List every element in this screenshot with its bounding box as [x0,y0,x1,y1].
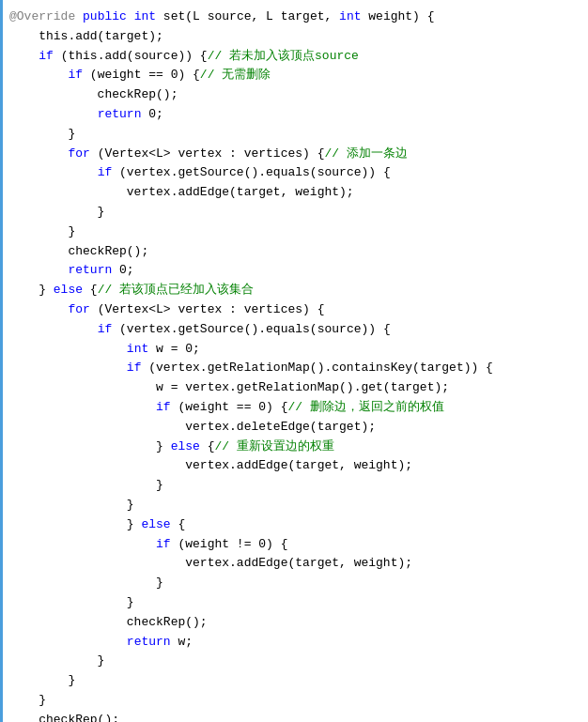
code-line: } [9,691,579,711]
code-token [9,146,68,161]
code-token: vertex.addEdge(target, weight); [9,185,354,199]
code-token [9,165,98,179]
code-line: checkRep(); [9,613,579,633]
code-token: // 重新设置边的权重 [214,439,333,453]
code-line: if (vertex.getRelationMap().containsKey(… [9,359,579,378]
code-line: if (vertex.getSource().equals(source)) { [9,163,579,183]
code-token [9,68,68,82]
code-token [9,537,156,551]
code-token: vertex.deleteEdge(target); [9,420,376,434]
code-token: if [98,322,113,336]
code-token: else [54,283,83,297]
code-token [75,9,83,23]
code-token: int [134,9,156,23]
code-token: if [156,537,171,551]
code-token: 0; [112,263,133,277]
code-line: vertex.addEdge(target, weight); [9,456,579,476]
code-token: // 删除边，返回之前的权值 [287,400,443,414]
code-token: } [9,595,134,609]
code-token: } [9,283,54,297]
code-token [9,361,127,375]
code-line: } [9,223,579,242]
code-line: checkRep(); [9,242,579,262]
code-line: vertex.deleteEdge(target); [9,418,579,438]
code-line: for (Vertex<L> vertex : vertices) { [9,300,579,320]
code-token: (weight != 0) { [171,537,288,551]
code-token: } [9,673,75,687]
code-token: @Override [9,9,75,23]
code-line: } else { [9,515,579,535]
code-token: (weight == 0) { [83,68,200,82]
code-line: } [9,671,579,691]
code-line: } [9,574,579,593]
code-line: this.add(target); [9,27,579,47]
code-token: } [9,576,163,590]
code-token: checkRep(); [9,713,119,722]
code-token: weight) { [362,9,435,23]
code-token: checkRep(); [9,244,148,258]
code-container: @Override public int set(L source, L tar… [0,0,588,722]
code-token: (vertex.getSource().equals(source)) { [112,322,390,336]
code-token: { [171,517,186,531]
code-line: if (vertex.getSource().equals(source)) { [9,320,579,340]
code-token: for [68,302,89,316]
left-border [0,0,3,722]
code-token [9,107,98,121]
code-token: // 若该顶点已经加入该集合 [98,283,254,297]
code-token: this.add(target); [9,29,163,43]
code-line: w = vertex.getRelationMap().get(target); [9,378,579,398]
code-line: } [9,496,579,515]
code-token: (this.add(source)) { [54,49,208,63]
code-token: } [9,205,104,219]
code-token: } [9,498,134,512]
code-token [127,9,134,23]
code-line: if (weight == 0) {// 无需删除 [9,66,579,85]
code-line: return 0; [9,105,579,125]
code-line: } [9,476,579,496]
code-token: else [141,517,170,531]
code-token: (Vertex<L> vertex : vertices) { [90,302,325,316]
code-line: for (Vertex<L> vertex : vertices) {// 添加… [9,145,579,164]
code-token: if [39,49,54,63]
code-token: } [9,127,75,141]
code-block: @Override public int set(L source, L tar… [9,8,579,722]
code-token: { [200,439,215,453]
code-token: w = 0; [148,342,200,356]
code-line: @Override public int set(L source, L tar… [9,8,579,27]
code-line: } [9,125,579,145]
code-token: int [127,342,148,356]
code-token: return [98,107,142,121]
code-token [9,342,127,356]
code-line: } [9,203,579,223]
code-token: // 若未加入该顶点source [208,49,359,63]
code-token: return [127,635,171,649]
code-token [9,49,39,63]
code-token: (vertex.getSource().equals(source)) { [112,165,390,179]
code-token: else [171,439,200,453]
code-token [9,635,127,649]
code-token [9,263,68,277]
code-line: } [9,593,579,613]
code-token: w; [171,635,193,649]
code-token: set(L source, L target, [156,9,339,23]
code-token: } [9,517,141,531]
code-token: if [98,165,113,179]
code-token: public [83,9,127,23]
code-token: (vertex.getRelationMap().containsKey(tar… [141,361,492,375]
code-token: for [68,146,89,161]
code-line: checkRep(); [9,85,579,105]
code-token: w = vertex.getRelationMap().get(target); [9,380,449,394]
code-line: } else {// 重新设置边的权重 [9,438,579,457]
code-token: int [339,9,361,23]
code-token: if [68,68,83,82]
code-token [9,400,156,414]
code-token: } [9,224,75,238]
code-token: } [9,478,163,492]
code-token: } [9,439,171,453]
code-line: int w = 0; [9,340,579,360]
code-token: checkRep(); [9,615,208,629]
code-line: checkRep(); [9,711,579,722]
code-line: return 0; [9,261,579,281]
code-line: vertex.addEdge(target, weight); [9,183,579,203]
code-token: vertex.addEdge(target, weight); [9,458,412,472]
